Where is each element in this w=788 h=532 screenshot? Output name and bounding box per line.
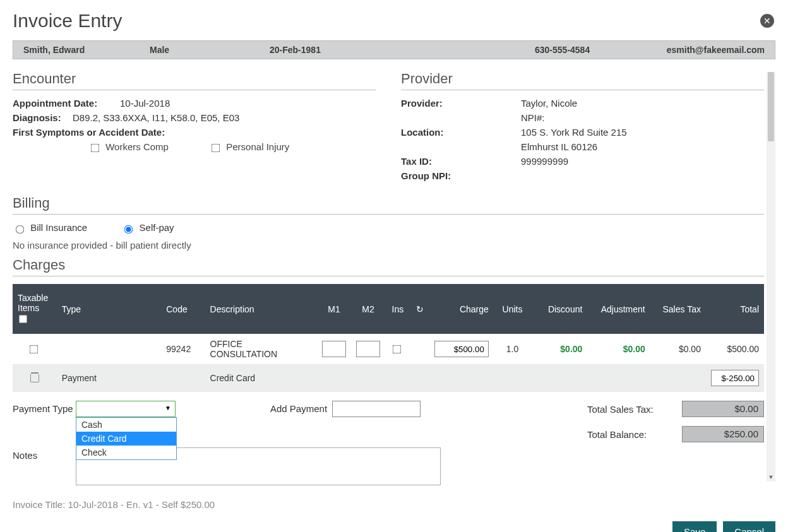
table-row: Payment Credit Card xyxy=(13,365,764,392)
provider-heading: Provider xyxy=(401,71,764,90)
location-line2: Elmhurst IL 60126 xyxy=(521,141,597,152)
th-discount: Discount xyxy=(531,284,587,334)
th-units: Units xyxy=(494,284,531,334)
row-total-input[interactable] xyxy=(711,370,759,386)
row-description: OFFICE CONSULTATION xyxy=(205,334,317,365)
row-units: 1.0 xyxy=(494,334,531,365)
trash-icon[interactable] xyxy=(30,372,39,382)
add-payment-label: Add Payment xyxy=(270,401,327,414)
total-balance-value: $250.00 xyxy=(682,426,764,442)
add-payment-input[interactable] xyxy=(332,401,421,417)
provider-value: Taylor, Nicole xyxy=(521,98,577,109)
chevron-down-icon: ▼ xyxy=(165,405,171,411)
groupnpi-label: Group NPI: xyxy=(401,170,521,181)
row-total: $500.00 xyxy=(706,334,764,365)
th-type: Type xyxy=(57,284,162,334)
th-code: Code xyxy=(161,284,205,334)
taxid-value: 999999999 xyxy=(521,156,568,167)
th-adjustment: Adjustment xyxy=(587,284,650,334)
invoice-title-line: Invoice Title: 10-Jul-2018 - En. v1 - Se… xyxy=(13,499,775,510)
npi-label: NPI#: xyxy=(521,112,545,123)
personal-injury-label: Personal Injury xyxy=(226,141,289,152)
personal-injury-checkbox[interactable] xyxy=(212,143,220,152)
row-type xyxy=(57,334,162,365)
charges-table: Taxable Items Type Code Description M1 M… xyxy=(13,284,764,392)
payment-type-label: Payment Type xyxy=(13,401,76,414)
encounter-heading: Encounter xyxy=(13,71,376,90)
patient-name: Smith, Edward xyxy=(20,45,146,55)
workers-comp-label: Workers Comp xyxy=(105,141,169,152)
total-sales-tax-value: $0.00 xyxy=(682,401,764,417)
payment-type-select[interactable]: ▼ Cash Credit Card Check xyxy=(76,401,176,417)
bill-insurance-radio[interactable] xyxy=(16,225,25,234)
diagnosis-value: D89.2, S33.6XXA, I11, K58.0, E05, E03 xyxy=(73,112,239,123)
row-description: Credit Card xyxy=(205,365,317,392)
symptoms-date-label: First Symptoms or Accident Date: xyxy=(13,127,177,138)
row-type: Payment xyxy=(57,365,162,392)
close-button[interactable]: ✕ xyxy=(760,14,774,28)
self-pay-label: Self-pay xyxy=(140,222,174,233)
th-ins: Ins xyxy=(385,284,410,334)
row-discount: $0.00 xyxy=(531,334,587,365)
notes-label: Notes xyxy=(13,447,76,461)
patient-phone: 630-555-4584 xyxy=(531,45,657,55)
th-m1: M1 xyxy=(317,284,351,334)
location-line1: 105 S. York Rd Suite 215 xyxy=(521,127,627,138)
th-charge: Charge xyxy=(429,284,494,334)
appt-date-label: Appointment Date: xyxy=(13,98,120,109)
diagnosis-label: Diagnosis: xyxy=(13,112,73,123)
row-code: 99242 xyxy=(161,334,205,365)
total-balance-label: Total Balance: xyxy=(587,429,669,440)
page-title: Invoice Entry xyxy=(13,10,775,32)
th-taxable: Taxable Items xyxy=(18,293,48,313)
bill-insurance-label: Bill Insurance xyxy=(30,222,87,233)
appt-date-value: 10-Jul-2018 xyxy=(120,98,170,109)
payment-type-dropdown[interactable]: Cash Credit Card Check xyxy=(76,417,177,460)
th-m2: M2 xyxy=(351,284,385,334)
scroll-down-icon[interactable]: ▼ xyxy=(767,474,775,483)
row-ins-checkbox[interactable] xyxy=(393,345,402,353)
th-total: Total xyxy=(706,284,764,334)
patient-gender: Male xyxy=(146,45,266,55)
row-m1-input[interactable] xyxy=(322,341,346,357)
self-pay-option[interactable]: Self-pay xyxy=(121,222,174,233)
workers-comp-checkbox[interactable] xyxy=(91,143,100,152)
row-charge-input[interactable] xyxy=(434,341,489,357)
vertical-scrollbar[interactable]: ▲ ▼ xyxy=(767,72,775,482)
provider-label: Provider: xyxy=(401,98,521,109)
row-adjustment: $0.00 xyxy=(587,334,650,365)
taxid-label: Tax ID: xyxy=(401,156,521,167)
charges-heading: Charges xyxy=(13,257,764,276)
taxable-all-checkbox[interactable] xyxy=(19,315,28,324)
bill-insurance-option[interactable]: Bill Insurance xyxy=(13,222,90,233)
personal-injury-option[interactable]: Personal Injury xyxy=(209,141,289,152)
refresh-icon[interactable]: ↻ xyxy=(416,304,424,314)
payment-option-credit-card[interactable]: Credit Card xyxy=(76,432,176,446)
self-pay-radio[interactable] xyxy=(124,225,133,234)
save-button[interactable]: Save xyxy=(672,521,717,532)
patient-dob: 20-Feb-1981 xyxy=(266,45,531,55)
row-taxable-checkbox[interactable] xyxy=(30,345,39,353)
table-row: 99242 OFFICE CONSULTATION 1.0 $0.00 $0.0… xyxy=(13,334,764,365)
workers-comp-option[interactable]: Workers Comp xyxy=(88,141,171,152)
total-sales-tax-label: Total Sales Tax: xyxy=(587,404,669,415)
location-label: Location: xyxy=(401,127,521,138)
scroll-thumb[interactable] xyxy=(768,72,774,141)
patient-email: esmith@fakeemail.com xyxy=(657,45,768,55)
th-description: Description xyxy=(205,284,317,334)
billing-heading: Billing xyxy=(13,195,764,215)
cancel-button[interactable]: Cancel xyxy=(723,521,775,532)
payment-option-check[interactable]: Check xyxy=(76,446,176,459)
payment-option-cash[interactable]: Cash xyxy=(76,418,176,432)
row-salestax: $0.00 xyxy=(650,334,706,365)
th-salestax: Sales Tax xyxy=(650,284,706,334)
close-icon: ✕ xyxy=(763,16,771,26)
row-m2-input[interactable] xyxy=(356,341,380,357)
patient-bar: Smith, Edward Male 20-Feb-1981 630-555-4… xyxy=(13,40,775,59)
billing-note: No insurance provided - bill patient dir… xyxy=(13,240,764,251)
